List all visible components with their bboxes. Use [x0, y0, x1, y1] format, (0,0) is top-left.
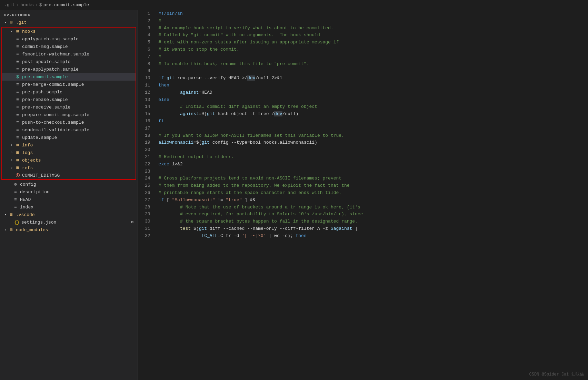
table-row: 12 against=HEAD	[138, 89, 588, 96]
sidebar-item-settings[interactable]: › {} settings.json M	[0, 218, 138, 226]
list-item[interactable]: ≡ fsmonitor-watchman.sample	[2, 50, 136, 58]
table-row: 8 # To enable this hook, rename this fil…	[138, 61, 588, 68]
folder-icon: ⊞	[8, 20, 14, 25]
sidebar-item-refs[interactable]: › ⊞ refs	[2, 164, 136, 172]
line-content: # To enable this hook, rename this file …	[156, 61, 588, 68]
list-item[interactable]: ≡ pre-applypatch.sample	[2, 65, 136, 73]
commit-editmsg-label: COMMIT_EDITMSG	[22, 173, 60, 178]
line-content: fi	[156, 118, 588, 125]
sidebar-item-pre-commit[interactable]: $ pre-commit.sample	[2, 73, 136, 81]
arrow-vscode: ▾	[3, 213, 8, 217]
settings-label: settings.json	[21, 220, 56, 225]
sidebar: 02-GITHOOK ▾ ⊞ .git ▾ ⊞ hooks ≡ applypat…	[0, 10, 138, 380]
arrow-hooks: ▾	[9, 29, 14, 33]
sidebar-item-info[interactable]: › ⊞ info	[2, 141, 136, 149]
sidebar-item-hooks[interactable]: ▾ ⊞ hooks	[2, 28, 136, 35]
list-item[interactable]: ≡ update.sample	[2, 134, 136, 141]
breadcrumb-hooks[interactable]: hooks	[20, 2, 34, 8]
line-content: # the square bracket bytes happen to fal…	[156, 218, 588, 225]
line-number: 21	[138, 154, 156, 161]
table-row: 13 else	[138, 96, 588, 104]
list-item[interactable]: ≡ applypatch-msg.sample	[2, 35, 136, 43]
line-number: 6	[138, 46, 156, 53]
list-item[interactable]: ≡ push-to-checkout.sample	[2, 119, 136, 126]
code-editor[interactable]: 1 #!/bin/sh 2 # 3 # An example hook scri…	[138, 10, 588, 380]
folder-hooks-icon: ⊞	[14, 29, 21, 34]
file-label: commit-msg.sample	[22, 44, 68, 49]
file-icon: ≡	[14, 90, 21, 95]
line-number: 8	[138, 61, 156, 68]
list-item[interactable]: ≡ pre-receive.sample	[2, 103, 136, 111]
head-label: HEAD	[20, 197, 31, 202]
line-content: if git rev-parse --verify HEAD >/dev/nul…	[156, 75, 588, 82]
line-content: against=HEAD	[156, 89, 588, 96]
folder-objects-icon: ⊞	[14, 157, 21, 163]
line-content: # Initial commit: diff against an empty …	[156, 103, 588, 111]
folder-logs-icon: ⊞	[14, 150, 21, 155]
sidebar-item-index[interactable]: › ≡ index	[0, 203, 138, 211]
sidebar-item-logs[interactable]: › ⊞ logs	[2, 149, 136, 156]
file-icon: ≡	[14, 82, 21, 87]
code-table: 1 #!/bin/sh 2 # 3 # An example hook scri…	[138, 10, 588, 240]
sidebar-item-node-modules[interactable]: › ⊞ node_modules	[0, 226, 138, 234]
table-row: 26 # printable range starts at the space…	[138, 189, 588, 197]
line-number: 29	[138, 211, 156, 218]
json-icon: {}	[14, 220, 20, 225]
list-item[interactable]: ≡ prepare-commit-msg.sample	[2, 111, 136, 119]
sidebar-item-description[interactable]: › ≡ description	[0, 188, 138, 196]
table-row: 27 if [ "$allownonascii" != "true" ] &&	[138, 197, 588, 204]
list-item[interactable]: ≡ pre-push.sample	[2, 88, 136, 96]
line-number: 19	[138, 139, 156, 146]
line-content: # Redirect output to stderr.	[156, 154, 588, 161]
file-label: post-update.sample	[22, 59, 70, 64]
line-number: 23	[138, 168, 156, 175]
gear-icon: ⚙	[12, 182, 19, 187]
line-content: # Cross platform projects tend to avoid …	[156, 175, 588, 182]
file-label: push-to-checkout.sample	[22, 120, 84, 125]
breadcrumb-dollar: $	[39, 2, 42, 8]
line-content: exec 1>&2	[156, 161, 588, 168]
sidebar-item-vscode[interactable]: ▾ ⊞ .vscode	[0, 211, 138, 218]
line-number: 20	[138, 146, 156, 154]
config-label: config	[20, 182, 36, 187]
line-number: 11	[138, 82, 156, 89]
line-content: #	[156, 18, 588, 25]
line-number: 17	[138, 125, 156, 132]
line-content: LC_ALL=C tr -d '[ -~]\0' | wc -c); then	[156, 233, 588, 240]
modified-badge: M	[131, 220, 133, 224]
list-item[interactable]: ≡ sendemail-validate.sample	[2, 126, 136, 134]
file-label: pre-rebase.sample	[22, 97, 68, 102]
line-number: 31	[138, 225, 156, 233]
line-content	[156, 125, 588, 132]
list-item[interactable]: ≡ post-update.sample	[2, 58, 136, 65]
table-row: 19 allownonascii=$(git config --type=boo…	[138, 139, 588, 146]
table-row: 11 then	[138, 82, 588, 89]
line-content: #	[156, 53, 588, 61]
watermark: CSDN @Spider Cat 知味猫	[529, 371, 584, 377]
arrow-info: ›	[9, 143, 14, 147]
list-item[interactable]: ≡ pre-rebase.sample	[2, 96, 136, 103]
sidebar-item-git[interactable]: ▾ ⊞ .git	[0, 19, 138, 26]
breadcrumb-file: pre-commit.sample	[43, 2, 89, 8]
line-number: 12	[138, 89, 156, 96]
table-row: 31 test $(git diff --cached --name-only …	[138, 225, 588, 233]
line-content: # Note that the use of brackets around a…	[156, 204, 588, 211]
line-number: 24	[138, 175, 156, 182]
sidebar-item-commit-editmsg[interactable]: › ⦿ COMMIT_EDITMSG	[2, 172, 136, 179]
line-number: 7	[138, 53, 156, 61]
sidebar-item-objects[interactable]: › ⊞ objects	[2, 156, 136, 164]
list-item[interactable]: ≡ pre-merge-commit.sample	[2, 81, 136, 88]
sidebar-item-config[interactable]: › ⚙ config	[0, 181, 138, 188]
line-number: 14	[138, 103, 156, 111]
table-row: 20	[138, 146, 588, 154]
info-label: info	[22, 143, 33, 148]
file-icon: ≡	[14, 44, 21, 49]
table-row: 21 # Redirect output to stderr.	[138, 154, 588, 161]
list-item[interactable]: ≡ commit-msg.sample	[2, 43, 136, 50]
file-icon: ≡	[14, 112, 21, 117]
table-row: 28 # Note that the use of brackets aroun…	[138, 204, 588, 211]
sidebar-item-head[interactable]: › ≡ HEAD	[0, 196, 138, 203]
breadcrumb-git[interactable]: .git	[4, 2, 15, 8]
table-row: 10 if git rev-parse --verify HEAD >/dev/…	[138, 75, 588, 82]
table-row: 3 # An example hook script to verify wha…	[138, 25, 588, 32]
